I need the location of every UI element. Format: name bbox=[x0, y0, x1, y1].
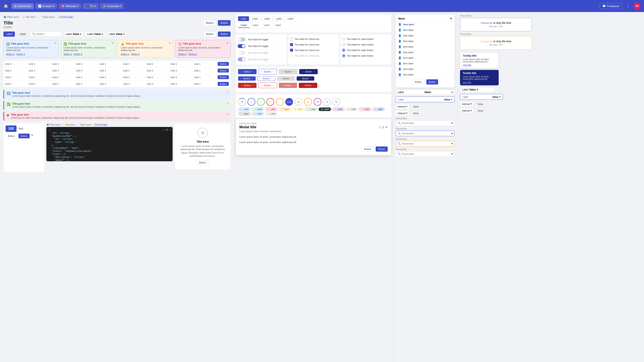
table-row-btn[interactable]: Button bbox=[218, 62, 229, 66]
tab-label-0[interactable]: Label bbox=[238, 16, 249, 21]
table-row-btn[interactable]: Button bbox=[218, 69, 229, 72]
copy-icon[interactable]: ⧉ bbox=[166, 128, 168, 131]
nav-automate-btn[interactable]: ⚡ Automate ▾ bbox=[100, 3, 124, 9]
btn-gray-sm-1[interactable]: ← Button → bbox=[277, 76, 295, 81]
dropdown-blue-2[interactable]: Label Value ▾ bbox=[460, 94, 503, 100]
alert-close-icon[interactable]: ✕ bbox=[169, 41, 171, 45]
breadcrumb-pillar[interactable]: 🔷 Pillar name bbox=[4, 16, 19, 18]
menu-item-8[interactable]: 👤Item label bbox=[396, 66, 455, 72]
btn-dark-arrow-1[interactable]: ← Button → bbox=[299, 69, 318, 74]
tab-label-4[interactable]: Label bbox=[285, 16, 296, 21]
menu-footer-btn2[interactable]: Button bbox=[426, 79, 438, 84]
modal-cancel-btn[interactable]: Button bbox=[362, 146, 374, 152]
chip-4[interactable]: ⚡Label bbox=[292, 107, 304, 111]
menu-item-2[interactable]: 👤Item label bbox=[396, 33, 455, 38]
nav-tv-btn[interactable]: 📺 TV ▾ bbox=[83, 3, 98, 9]
chip-13[interactable]: ⚡Label bbox=[265, 112, 277, 116]
feedback-button[interactable]: 💬 Feedback bbox=[599, 3, 622, 9]
radio-unchecked-1[interactable] bbox=[342, 43, 345, 46]
checkbox-unchecked[interactable] bbox=[290, 37, 293, 40]
toggle-off[interactable] bbox=[238, 37, 245, 41]
menu-item-5[interactable]: 👤Item label bbox=[396, 49, 455, 55]
nav-motivate-btn[interactable]: 🎯 Motivate ▾ bbox=[59, 3, 81, 9]
btn-blue-outline-sm-1[interactable]: ← Button → bbox=[258, 76, 276, 81]
modal-confirm-btn[interactable]: Button bbox=[376, 146, 388, 152]
alert-close-icon[interactable]: ✕ bbox=[54, 41, 57, 45]
tab-label-2[interactable]: Label bbox=[261, 16, 273, 21]
toolbar-tab-active[interactable]: Label bbox=[4, 31, 15, 37]
btn-gray-arrow-1[interactable]: ← Button → bbox=[279, 69, 298, 74]
alert-blue-action2[interactable]: Action 2 bbox=[16, 53, 25, 55]
menu-item-7[interactable]: 👤Item label bbox=[396, 61, 455, 66]
toolbar-btn1[interactable]: Button bbox=[203, 31, 216, 37]
btn-blue-outline-arrow-1[interactable]: ← Button → bbox=[258, 69, 277, 74]
menu-close-icon[interactable]: ✕ bbox=[450, 17, 452, 20]
btn-red-disabled-1[interactable]: ← Button → bbox=[279, 83, 297, 88]
dropdown1[interactable]: Label Value ▾ bbox=[64, 31, 84, 37]
radio-unchecked-0[interactable] bbox=[342, 37, 345, 40]
search-input-4[interactable] bbox=[402, 153, 450, 155]
chip-0[interactable]: ⚡Label bbox=[238, 107, 250, 111]
breadcrumb-page-name[interactable]: 📄 Page name bbox=[39, 16, 54, 18]
edit-icon[interactable]: ✏ bbox=[163, 128, 165, 131]
chip-11[interactable]: ⚡Label bbox=[238, 112, 250, 116]
nav-dashboard-btn[interactable]: ⊞ Dashboard bbox=[12, 3, 34, 9]
chip-6[interactable]: ⚡Label bbox=[318, 107, 331, 111]
download-icon[interactable]: ⬇ bbox=[169, 128, 171, 131]
search-input[interactable] bbox=[36, 32, 60, 35]
alert-blue-action1[interactable]: Action 1 bbox=[6, 53, 15, 55]
interval-input-widget-2[interactable]: Interval ▾ bbox=[460, 108, 474, 113]
menu-item-0[interactable]: 👤 Item label bbox=[396, 22, 455, 27]
tooltip-dark-link[interactable]: Link URL bbox=[462, 81, 472, 84]
alert-close-icon[interactable]: ✕ bbox=[112, 41, 114, 45]
chip-3[interactable]: ⚡Label bbox=[278, 107, 291, 111]
dropdown2[interactable]: Label Value ▾ bbox=[85, 31, 105, 37]
tab-underline-0[interactable]: Label bbox=[238, 23, 250, 28]
alert-close-icon[interactable]: ✕ bbox=[226, 41, 228, 45]
interval-dropdown-2[interactable]: Interval ▾ bbox=[396, 111, 409, 116]
alert-red-action2[interactable]: Action 2 bbox=[188, 53, 197, 55]
chip-9[interactable]: ⚡Label bbox=[359, 107, 371, 111]
checkbox-checked[interactable]: ✓ bbox=[290, 43, 293, 46]
btn-red-outline-1[interactable]: ← Button → bbox=[258, 82, 277, 88]
counter-btn1[interactable]: Button bbox=[6, 134, 17, 138]
checkbox-checked-2[interactable]: ✓ bbox=[290, 49, 293, 52]
tooltip-white-link[interactable]: Link URL bbox=[463, 64, 472, 66]
toolbar-tab-inactive[interactable]: Label bbox=[16, 31, 28, 37]
chip-5[interactable]: ⚡Label bbox=[305, 107, 318, 111]
menu-item-1[interactable]: 👤Item label bbox=[396, 27, 455, 33]
table-row-btn[interactable]: Button bbox=[218, 75, 229, 79]
card-btn[interactable]: Button bbox=[196, 160, 209, 165]
search-input-orange[interactable] bbox=[402, 142, 450, 145]
tab-underline-3[interactable]: Label bbox=[273, 23, 284, 28]
alert-green-action2[interactable]: Action 2 bbox=[74, 53, 82, 55]
counter-close-icon[interactable]: ✕ bbox=[31, 134, 34, 138]
toolbar-btn2[interactable]: Button bbox=[218, 31, 230, 37]
btn-blue-arrow-left-1[interactable]: ← Button → bbox=[238, 69, 256, 74]
chip-1[interactable]: ⚡Label bbox=[251, 107, 264, 111]
menu-item-4[interactable]: 👤Item label bbox=[396, 44, 455, 49]
tab-label-1[interactable]: Label bbox=[250, 16, 261, 21]
radio-checked-0[interactable] bbox=[342, 49, 345, 52]
chip-8[interactable]: ⚡Label bbox=[346, 107, 358, 111]
menu-item-9[interactable]: 👤Item label bbox=[396, 72, 455, 77]
breadcrumb-nav-item[interactable]: ⚡ Nav Item bbox=[22, 16, 36, 18]
menu-footer-btn1[interactable]: Button bbox=[412, 79, 424, 84]
menu-item-3[interactable]: 👤Item label bbox=[396, 38, 455, 44]
btn-red-dark-1[interactable]: ← Button → bbox=[299, 83, 317, 88]
alert-red-action1[interactable]: Action 1 bbox=[178, 53, 187, 55]
chip-2[interactable]: ⚡Label bbox=[265, 107, 277, 111]
alert-green-action1[interactable]: Action 1 bbox=[64, 53, 72, 55]
alert-orange-action2[interactable]: Action 2 bbox=[131, 53, 140, 55]
interval-dropdown-1[interactable]: Interval ▾ bbox=[396, 104, 409, 109]
chip-7[interactable]: ⚡Label bbox=[332, 107, 344, 111]
table-row-btn[interactable]: Button bbox=[218, 82, 229, 86]
file-upload-1[interactable]: Choose file or drop file here File type:… bbox=[460, 18, 532, 31]
btn-dark-sm-1[interactable]: ← Button → bbox=[297, 76, 314, 81]
btn-blue-sm-1[interactable]: ← Button → bbox=[238, 76, 256, 81]
modal-close-icon[interactable]: ✕ bbox=[385, 125, 388, 129]
notif-close-icon[interactable]: ✕ bbox=[227, 91, 229, 94]
tab-underline-1[interactable]: Label bbox=[250, 23, 261, 28]
radio-checked-1[interactable] bbox=[342, 54, 345, 57]
label-value-btn[interactable]: Label Value ▾ bbox=[460, 87, 494, 92]
